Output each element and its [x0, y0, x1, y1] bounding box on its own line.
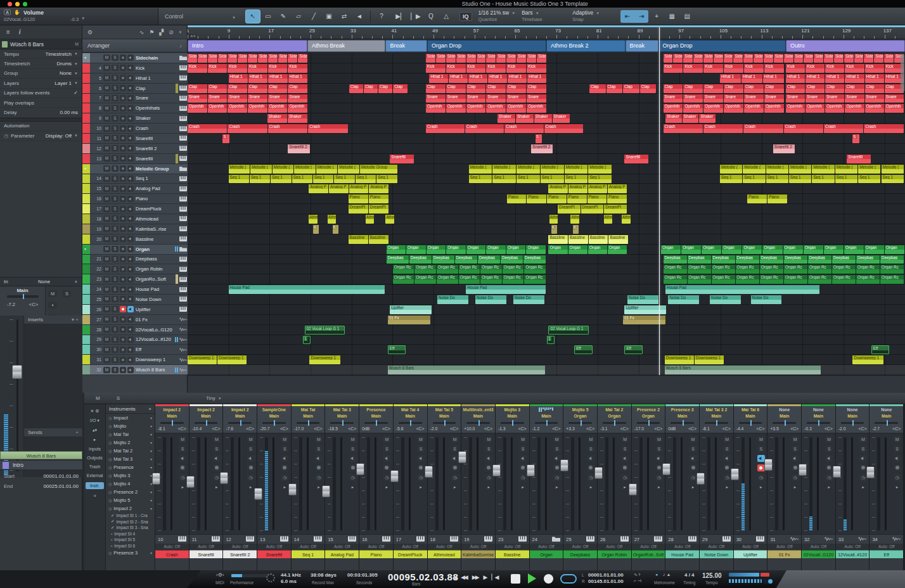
clip[interactable]: Snare	[865, 94, 884, 103]
clip[interactable]: Openhih	[825, 104, 844, 113]
clip[interactable]: Eff	[624, 345, 642, 354]
channel-expand-icon[interactable]: ▸	[451, 483, 459, 490]
clip[interactable]: Eff	[871, 345, 889, 354]
channel-automation-mode[interactable]: Auto: Off	[257, 544, 291, 550]
quantize-q-icon[interactable]: Q	[424, 10, 438, 23]
clip[interactable]: Kick	[268, 64, 288, 73]
track-mute-button[interactable]: M	[103, 95, 110, 101]
instrument-item-presence-2[interactable]: ◷Presence 2▾	[106, 488, 155, 496]
clip[interactable]: Uplifter	[624, 305, 666, 314]
channel-monitor-button[interactable]	[383, 455, 390, 462]
fader-rail[interactable]	[885, 437, 887, 530]
clip[interactable]: Clap	[786, 84, 805, 93]
channel-pan-value[interactable]: <C>	[348, 425, 356, 433]
clip[interactable]: Kick	[527, 64, 546, 73]
clip[interactable]: Melodie (	[565, 165, 588, 174]
track-record-arm-button[interactable]	[120, 316, 126, 323]
track-row-11[interactable]: 11MSSnarefill	[82, 134, 188, 144]
channel-instrument-name[interactable]: Impact 2	[223, 406, 257, 413]
clip[interactable]: Snare	[506, 94, 526, 103]
arrow-tool[interactable]: ↖	[246, 10, 260, 23]
mixer-channel-30[interactable]: Mai Tai 6Main-4.4<C>MS◷▸30Auto: OffUplif…	[734, 404, 768, 570]
track-record-arm-button[interactable]	[120, 326, 126, 333]
clip[interactable]: Seq 1	[789, 175, 811, 184]
channel-solo-button[interactable]: S	[553, 445, 561, 452]
clip[interactable]: Melodie (	[316, 165, 338, 174]
channel-pan-slider[interactable]	[563, 419, 597, 425]
clip[interactable]: Snare	[764, 94, 784, 103]
clip[interactable]: Uplifter	[390, 305, 432, 314]
clip[interactable]: Melodie (	[517, 165, 540, 174]
track-solo-button[interactable]: S	[112, 215, 119, 222]
channel-automation-mode[interactable]: Auto: Off	[802, 544, 835, 550]
clip[interactable]: Openhih	[664, 104, 683, 113]
clip[interactable]: Organ Rc	[524, 275, 546, 284]
monitor-toggle[interactable]: ◖	[48, 302, 57, 309]
track-monitor-button[interactable]	[127, 226, 134, 232]
channel-pan-slider[interactable]	[428, 419, 461, 425]
track-mute-button[interactable]: M	[103, 286, 110, 293]
clip[interactable]: Hihat 1	[508, 74, 527, 83]
clip[interactable]: Seq 1	[812, 175, 834, 184]
snap-selector[interactable]: Adaptive▼ Snap	[572, 10, 607, 22]
mixer-channel-18[interactable]: Mai Tai 5Main-2.0<C>MS◷▸18Auto: OffAthmo…	[428, 404, 462, 570]
arranger-track-header[interactable]: Arranger ♪	[82, 39, 187, 53]
clip[interactable]: Sidechai	[673, 54, 683, 63]
channel-pan-slider[interactable]	[734, 419, 767, 425]
clip[interactable]: Openhih	[228, 104, 247, 113]
track-mute-button[interactable]: M	[103, 125, 110, 132]
channel-output-name[interactable]: Main	[734, 413, 767, 419]
instrument-item-mai-tai-2[interactable]: ◷Mai Tai 2▾	[106, 447, 155, 455]
track-record-arm-button[interactable]	[120, 105, 126, 112]
channel-monitor-button[interactable]	[825, 455, 833, 462]
clip[interactable]: Piano	[349, 195, 368, 203]
clip[interactable]: Crash	[426, 124, 465, 133]
channel-monitor-button[interactable]	[792, 455, 799, 462]
clip[interactable]: Clap	[486, 84, 506, 93]
power-icon[interactable]: ◷	[108, 465, 112, 470]
track-record-arm-button[interactable]	[120, 286, 126, 293]
channel-solo-button[interactable]: S	[383, 445, 390, 452]
fader-thumb[interactable]	[254, 488, 262, 500]
fader-rail[interactable]	[783, 437, 785, 530]
mixer-channel-29[interactable]: Mai Tai 3 2Main-8.1<C>MS◷▸29Auto: OffNoi…	[700, 404, 734, 570]
fader-rail[interactable]	[340, 437, 342, 530]
instrument-item-impact-st-4[interactable]: ▫ Impact St 4	[106, 531, 155, 537]
clip[interactable]: Snarefill 2	[531, 144, 553, 153]
clip[interactable]: Snare	[703, 94, 723, 103]
clip[interactable]: Kick	[764, 64, 784, 73]
clip[interactable]: Sidechai	[814, 54, 823, 63]
mixer-channel-31[interactable]: NoneMain+3.5<C>MS◷▸31Auto: Off01 Fx	[767, 404, 802, 570]
channel-fader-value[interactable]: -8.1	[158, 425, 165, 433]
clip[interactable]: Clap	[589, 84, 606, 93]
fader-rail[interactable]	[205, 437, 207, 530]
fader-thumb[interactable]	[186, 476, 195, 488]
channel-fader-value[interactable]: -5.6	[396, 425, 404, 433]
clip[interactable]: Seq 1	[492, 175, 516, 184]
channel-output-name[interactable]: Main	[223, 413, 257, 419]
clip[interactable]: Crash	[465, 124, 504, 133]
fader-rail[interactable]	[817, 437, 819, 530]
track-row-27[interactable]: 27MS01 Fx	[82, 315, 188, 325]
track-monitor-button[interactable]	[127, 215, 134, 222]
track-record-arm-button[interactable]	[120, 155, 126, 162]
group-dots-icon[interactable]: ▞	[159, 29, 164, 35]
track-row-23[interactable]: 23MSOrganRo..Soft	[82, 274, 188, 284]
fader-thumb[interactable]	[152, 473, 160, 485]
channel-fader-value[interactable]: +3.5	[770, 425, 778, 433]
fader-thumb[interactable]	[731, 468, 739, 480]
clip[interactable]: Hihat 1	[288, 74, 307, 83]
channel-fader-value[interactable]: -8.1	[702, 425, 710, 433]
channel-name-label[interactable]: Organ	[530, 550, 563, 558]
track-row-5[interactable]: 5MSHihat 1	[82, 74, 188, 84]
channel-name-label[interactable]: OrganRob..Soft	[632, 550, 665, 558]
track-solo-button[interactable]: S	[112, 236, 119, 242]
clip[interactable]: Openhih	[446, 104, 466, 113]
clip[interactable]: Crash	[664, 124, 703, 133]
clip[interactable]: Snare	[426, 94, 446, 103]
clip[interactable]: Kick	[188, 64, 207, 73]
track-record-arm-button[interactable]	[120, 266, 126, 272]
clip[interactable]: Hihat 1	[268, 74, 287, 83]
fader-rail[interactable]	[409, 437, 411, 530]
channel-automation-icon[interactable]: ◷	[723, 474, 731, 481]
